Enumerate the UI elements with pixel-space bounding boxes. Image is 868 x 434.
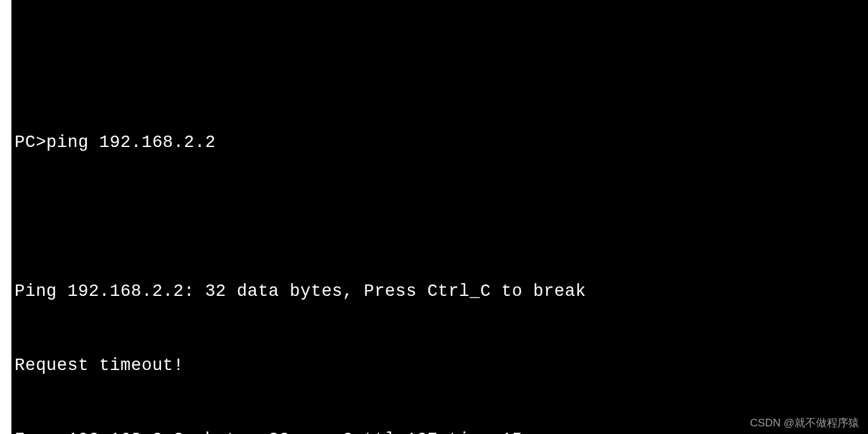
terminal-line bbox=[15, 56, 868, 80]
terminal-line bbox=[15, 205, 868, 229]
watermark-text: CSDN @就不做程序猿 bbox=[750, 416, 859, 430]
terminal-ping-header: Ping 192.168.2.2: 32 data bytes, Press C… bbox=[15, 279, 868, 304]
terminal-reply: From 192.168.2.2: bytes=32 seq=2 ttl=127… bbox=[15, 428, 868, 434]
terminal-command-line: PC>ping 192.168.2.2 bbox=[15, 131, 868, 155]
terminal-window[interactable]: PC>ping 192.168.2.2 Ping 192.168.2.2: 32… bbox=[11, 0, 868, 434]
terminal-timeout: Request timeout! bbox=[15, 354, 868, 378]
